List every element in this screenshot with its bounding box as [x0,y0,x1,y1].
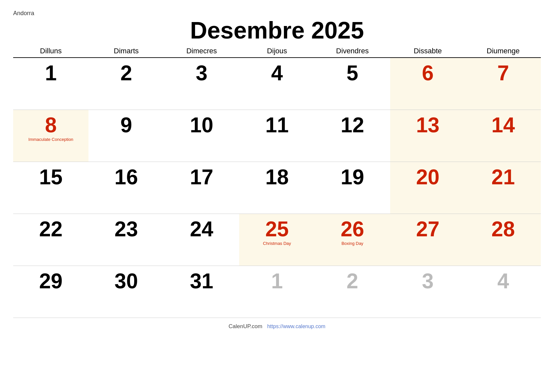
day-number: 29 [16,271,86,292]
calendar-cell: 3 [164,58,239,110]
day-number: 24 [166,219,237,240]
calendar-cell: 25Christmas Day [239,214,315,266]
day-number: 5 [317,63,388,84]
calendar-cell: 21 [466,162,541,214]
day-number: 25 [242,219,312,240]
day-number: 13 [393,115,463,136]
calendar-cell: 1 [13,58,88,110]
footer-site-url[interactable]: https://www.calenup.com [267,324,325,329]
calendar-cell: 26Boxing Day [315,214,390,266]
day-number: 27 [393,219,463,240]
day-number: 30 [91,271,161,292]
calendar-cell: 29 [13,266,88,318]
day-number: 10 [166,115,237,136]
calendar-cell: 31 [164,266,239,318]
calendar-cell: 20 [390,162,466,214]
calendar-cell: 22 [13,214,88,266]
calendar-title: Desembre 2025 [13,17,541,43]
day-header-diumenge: Diumenge [466,47,541,58]
calendar-table: DillunsDimartsDimecresDijousDivendresDis… [13,47,541,318]
week-row-4: 22232425Christmas Day26Boxing Day2728 [13,214,541,266]
day-number: 20 [393,167,463,188]
day-number: 9 [91,115,161,136]
calendar-cell: 23 [88,214,164,266]
calendar-cell: 14 [466,110,541,162]
holiday-label: Christmas Day [242,241,312,246]
day-number: 15 [16,167,86,188]
week-row-5: 2930311234 [13,266,541,318]
day-header-dimecres: Dimecres [164,47,239,58]
day-number: 2 [91,63,161,84]
calendar-cell: 3 [390,266,466,318]
day-number: 16 [91,167,161,188]
footer-site-name: CalenUP.com [229,323,263,329]
day-number: 17 [166,167,237,188]
day-number: 23 [91,219,161,240]
calendar-cell: 18 [239,162,315,214]
week-row-1: 1234567 [13,58,541,110]
day-number: 18 [242,167,312,188]
day-number: 21 [468,167,538,188]
calendar-cell: 1 [239,266,315,318]
day-number: 8 [16,115,86,136]
footer: CalenUP.com https://www.calenup.com [13,323,541,330]
day-number: 3 [393,271,463,292]
day-number: 1 [16,63,86,84]
day-number: 4 [468,271,538,292]
day-number: 11 [242,115,312,136]
day-header-dijous: Dijous [239,47,315,58]
calendar-cell: 28 [466,214,541,266]
day-header-divendres: Divendres [315,47,390,58]
calendar-cell: 4 [239,58,315,110]
calendar-cell: 10 [164,110,239,162]
day-number: 19 [317,167,388,188]
holiday-label: Boxing Day [317,241,388,246]
calendar-cell: 12 [315,110,390,162]
day-number: 1 [242,271,312,292]
holiday-label: Immaculate Conception [16,137,86,142]
day-number: 3 [166,63,237,84]
calendar-cell: 16 [88,162,164,214]
calendar-cell: 11 [239,110,315,162]
day-number: 6 [393,63,463,84]
week-row-2: 8Immaculate Conception91011121314 [13,110,541,162]
day-number: 14 [468,115,538,136]
calendar-cell: 5 [315,58,390,110]
calendar-cell: 27 [390,214,466,266]
calendar-cell: 6 [390,58,466,110]
calendar-cell: 7 [466,58,541,110]
calendar-cell: 17 [164,162,239,214]
day-number: 31 [166,271,237,292]
calendar-cell: 2 [88,58,164,110]
calendar-cell: 24 [164,214,239,266]
region-label: Andorra [13,10,541,17]
day-header-dissabte: Dissabte [390,47,466,58]
day-number: 4 [242,63,312,84]
day-number: 7 [468,63,538,84]
day-header-row: DillunsDimartsDimecresDijousDivendresDis… [13,47,541,58]
day-number: 28 [468,219,538,240]
calendar-cell: 2 [315,266,390,318]
calendar-cell: 30 [88,266,164,318]
week-row-3: 15161718192021 [13,162,541,214]
calendar-cell: 19 [315,162,390,214]
day-header-dilluns: Dilluns [13,47,88,58]
calendar-cell: 15 [13,162,88,214]
calendar-cell: 9 [88,110,164,162]
calendar-cell: 13 [390,110,466,162]
day-number: 22 [16,219,86,240]
calendar-cell: 8Immaculate Conception [13,110,88,162]
day-number: 12 [317,115,388,136]
day-number: 2 [317,271,388,292]
day-header-dimarts: Dimarts [88,47,164,58]
day-number: 26 [317,219,388,240]
calendar-cell: 4 [466,266,541,318]
